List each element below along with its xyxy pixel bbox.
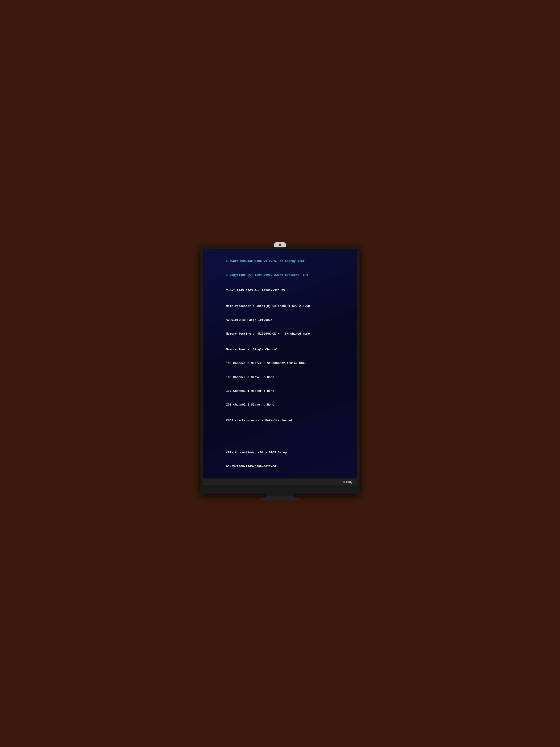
monitor-base bbox=[260, 498, 300, 500]
bios-line-14: 03/25/2008-I945-6A89HG02C-00 bbox=[208, 460, 352, 473]
bios-line-3: Intel I945 BIOS for 945GCM-S2C F5 bbox=[208, 284, 352, 298]
monitor: ◆ Award Modular BIOS v6.00PG, An Energy … bbox=[200, 247, 360, 494]
spacer-2 bbox=[208, 298, 352, 299]
screen-bezel: ◆ Award Modular BIOS v6.00PG, An Energy … bbox=[203, 249, 357, 479]
spacer-large bbox=[208, 428, 352, 446]
bios-line-1: ◆ Award Modular BIOS v6.00PG, An Energy … bbox=[208, 254, 352, 268]
bios-line-11: IDE Channel 1 Slave : None bbox=[208, 398, 352, 412]
bios-line-13: <F1>:to continue, <DEL>:BIOS Setup bbox=[208, 446, 352, 460]
bios-line-2: ❋ Copyright (C) 1984-2008, Award Softwar… bbox=[208, 268, 352, 282]
bios-line-12: CMOS checksum error - Defaults loaded bbox=[208, 414, 352, 428]
bios-line-7: Memory Runs at Single Channel bbox=[208, 343, 352, 357]
monitor-bottom-bar: BenQ bbox=[203, 479, 357, 485]
award-icon-1: ◆ bbox=[226, 259, 230, 263]
award-icon-2: ❋ bbox=[226, 273, 230, 277]
spacer-1 bbox=[208, 282, 352, 284]
scene: ◆ Award Modular BIOS v6.00PG, An Energy … bbox=[200, 247, 360, 500]
bios-line-6: Memory Testing : 516096K OK + 8M shared … bbox=[208, 327, 352, 341]
bios-line-5: <CPUID:0F49 Patch ID:0003> bbox=[208, 313, 352, 327]
benq-logo: BenQ bbox=[343, 480, 353, 484]
bios-line-8: IDE Channel 0 Master : ST500DM002-1BD142… bbox=[208, 357, 352, 370]
bios-line-9: IDE Channel 0 Slave : None bbox=[208, 370, 352, 384]
bios-line-4: Main Processor : Intel(R) Celeron(R) CPU… bbox=[208, 299, 352, 313]
bios-screen: ◆ Award Modular BIOS v6.00PG, An Energy … bbox=[204, 250, 356, 478]
spacer-4 bbox=[208, 412, 352, 414]
monitor-stand bbox=[266, 494, 294, 498]
bios-line-10: IDE Channel 1 Master : None bbox=[208, 384, 352, 398]
webcam-lens bbox=[278, 243, 282, 246]
webcam bbox=[274, 242, 286, 248]
spacer-3 bbox=[208, 341, 352, 343]
